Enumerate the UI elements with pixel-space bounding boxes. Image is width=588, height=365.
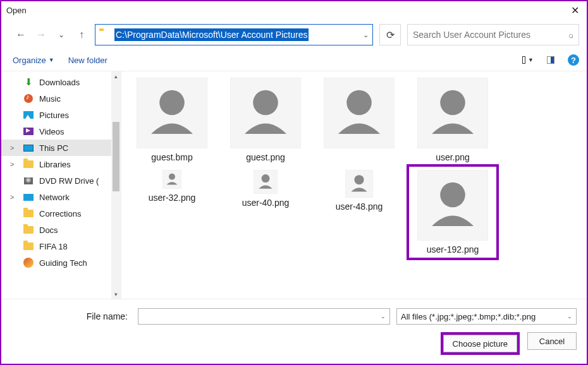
folder-icon — [23, 225, 34, 235]
address-path: C:\ProgramData\Microsoft\User Account Pi… — [114, 28, 309, 41]
organize-button[interactable]: Organize ▼ — [13, 56, 54, 65]
folder-icon — [23, 241, 34, 251]
preview-pane-button[interactable] — [545, 55, 556, 65]
file-item[interactable]: user-32.png — [128, 166, 216, 258]
scroll-down-button[interactable]: ▾ — [111, 289, 121, 299]
user-avatar-icon — [230, 78, 301, 148]
file-item[interactable]: guest.png — [221, 74, 310, 166]
sidebar-item-label: Network — [39, 193, 70, 202]
file-name: guest.bmp — [151, 152, 192, 162]
sidebar-item-label: This PC — [39, 143, 68, 153]
file-item[interactable]: user-48.png — [315, 166, 403, 258]
sidebar-item-music[interactable]: Music — [1, 90, 121, 107]
file-name: user.png — [436, 152, 470, 162]
sidebar-item-label: FIFA 18 — [39, 242, 68, 251]
sidebar-item-guiding-tech[interactable]: Guiding Tech — [1, 254, 121, 271]
search-icon: ⌕ — [568, 30, 573, 40]
filename-row: File name: ⌄ All files (*.jpg;*.jpeg;*.b… — [11, 308, 577, 325]
organize-label: Organize — [13, 56, 46, 65]
choose-picture-button[interactable]: Choose picture — [443, 335, 517, 352]
folder-icon — [23, 159, 34, 169]
file-item[interactable] — [315, 74, 403, 166]
back-button[interactable]: ← — [14, 28, 28, 42]
sidebar-item-this-pc[interactable]: >This PC — [1, 140, 121, 156]
svg-point-1 — [253, 90, 278, 116]
recent-locations-button[interactable]: ⌄ — [54, 28, 68, 42]
file-item[interactable]: user-40.png — [221, 166, 310, 258]
svg-point-4 — [169, 174, 175, 180]
sidebar-item-docs[interactable]: Docs — [1, 222, 121, 238]
chevron-down-icon: ⌄ — [567, 313, 572, 320]
open-file-dialog: Open ✕ ← → ⌄ ↑ C:\ProgramData\Microsoft\… — [0, 0, 588, 365]
chevron-down-icon: ⌄ — [381, 313, 386, 320]
button-row: Choose picture Cancel — [11, 332, 577, 355]
sidebar-item-label: Music — [39, 94, 61, 104]
search-box[interactable]: ⌕ — [407, 24, 579, 45]
sidebar-item-label: Videos — [39, 127, 64, 136]
svg-point-6 — [354, 175, 364, 184]
sidebar-item-dvd-rw-drive-[interactable]: DVD RW Drive ( — [1, 172, 121, 189]
address-bar[interactable]: C:\ProgramData\Microsoft\User Account Pi… — [95, 24, 373, 45]
file-grid: guest.bmpguest.pnguser.pnguser-32.pnguse… — [121, 71, 587, 299]
thispc-icon — [23, 143, 34, 153]
filter-label: All files (*.jpg;*.jpeg;*.bmp;*.dib;*.pn… — [401, 312, 536, 321]
dvd-icon — [23, 176, 34, 186]
search-input[interactable] — [413, 30, 563, 40]
refresh-button[interactable]: ⟳ — [379, 24, 401, 45]
toolbar-right: ▼ ? — [522, 54, 579, 66]
folder-icon — [99, 30, 111, 39]
forward-button[interactable]: → — [34, 28, 48, 42]
sidebar-item-fifa-18[interactable]: FIFA 18 — [1, 238, 121, 254]
choose-picture-highlight: Choose picture — [441, 332, 520, 355]
expand-chevron-icon[interactable]: > — [10, 193, 18, 201]
titlebar: Open ✕ — [1, 1, 587, 19]
sidebar-item-pictures[interactable]: Pictures — [1, 107, 121, 123]
sidebar-item-label: Docs — [39, 225, 58, 235]
svg-point-5 — [262, 174, 270, 182]
sidebar-item-label: Pictures — [39, 111, 69, 120]
view-layout-button[interactable]: ▼ — [522, 55, 534, 65]
help-icon[interactable]: ? — [568, 54, 579, 66]
scroll-up-button[interactable]: ▴ — [111, 71, 121, 81]
expand-chevron-icon[interactable]: > — [10, 144, 18, 152]
new-folder-label: New folder — [68, 56, 107, 65]
file-name: user-48.png — [336, 201, 383, 212]
address-dropdown-icon[interactable]: ⌄ — [363, 31, 369, 39]
filetype-combo[interactable]: All files (*.jpg;*.jpeg;*.bmp;*.dib;*.pn… — [396, 308, 577, 325]
nav-row: ← → ⌄ ↑ C:\ProgramData\Microsoft\User Ac… — [1, 19, 587, 51]
sidebar-item-videos[interactable]: Videos — [1, 123, 121, 140]
new-folder-button[interactable]: New folder — [68, 56, 107, 65]
chevron-down-icon: ▼ — [49, 57, 54, 63]
nav-tree: ⬇DownloadsMusicPicturesVideos>This PC>Li… — [1, 71, 121, 271]
expand-chevron-icon[interactable]: > — [10, 160, 18, 168]
main: ⬇DownloadsMusicPicturesVideos>This PC>Li… — [1, 71, 587, 299]
network-icon — [23, 192, 34, 202]
sidebar-item-label: Downloads — [39, 78, 80, 87]
sidebar-item-libraries[interactable]: >Libraries — [1, 156, 121, 172]
scrollbar-thumb[interactable] — [113, 122, 119, 191]
sidebar-item-label: Corrections — [39, 209, 81, 218]
sidebar-item-label: Guiding Tech — [39, 258, 87, 268]
cancel-button[interactable]: Cancel — [527, 332, 577, 350]
sidebar-item-label: Libraries — [39, 160, 71, 169]
up-button[interactable]: ↑ — [75, 28, 89, 42]
file-item[interactable]: user-192.png — [408, 166, 497, 258]
user-avatar-icon — [137, 78, 207, 148]
user-avatar-icon — [417, 170, 488, 241]
svg-point-2 — [346, 90, 372, 116]
toolbar: Organize ▼ New folder ▼ ? — [1, 51, 587, 71]
file-item[interactable]: guest.bmp — [128, 74, 216, 166]
svg-point-7 — [440, 182, 465, 208]
sidebar-item-corrections[interactable]: Corrections — [1, 205, 121, 222]
sidebar: ⬇DownloadsMusicPicturesVideos>This PC>Li… — [1, 71, 121, 299]
sidebar-item-downloads[interactable]: ⬇Downloads — [1, 74, 121, 90]
filename-combo[interactable]: ⌄ — [138, 308, 390, 325]
close-icon[interactable]: ✕ — [567, 4, 583, 16]
file-item[interactable]: user.png — [408, 74, 497, 166]
sidebar-item-label: DVD RW Drive ( — [39, 176, 99, 186]
sidebar-item-network[interactable]: >Network — [1, 189, 121, 205]
videos-icon — [23, 126, 34, 136]
bottom-panel: File name: ⌄ All files (*.jpg;*.jpeg;*.b… — [1, 299, 587, 364]
scrollbar[interactable]: ▴ ▾ — [111, 71, 121, 299]
svg-point-3 — [440, 90, 465, 116]
